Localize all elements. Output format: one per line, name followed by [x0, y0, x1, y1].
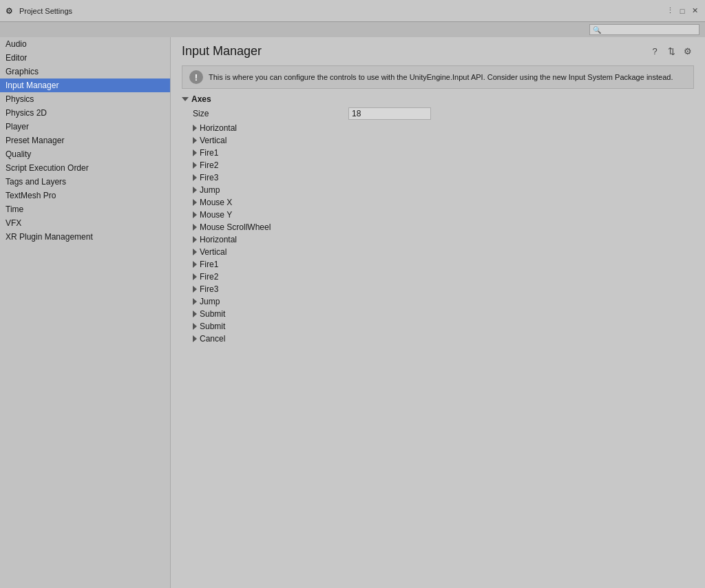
axes-label: Axes [191, 94, 211, 104]
expand-icon [193, 174, 197, 181]
axis-label: Jump [200, 185, 220, 195]
expand-icon [193, 323, 197, 330]
axis-label: Fire1 [200, 260, 218, 269]
sidebar-item-physics-2d[interactable]: Physics 2D [0, 106, 170, 120]
main-layout: AudioEditorGraphicsInput ManagerPhysicsP… [0, 37, 705, 588]
expand-icon [193, 199, 197, 206]
sidebar-item-tags-and-layers[interactable]: Tags and Layers [0, 175, 170, 189]
expand-icon [193, 335, 197, 342]
axis-item[interactable]: Vertical [190, 134, 694, 147]
expand-icon [193, 298, 197, 305]
axis-label: Horizontal [200, 123, 237, 133]
search-input[interactable] [603, 26, 696, 34]
axis-label: Fire3 [200, 173, 218, 182]
axis-item[interactable]: Fire1 [190, 147, 694, 159]
window-title: Project Settings [19, 7, 72, 15]
expand-icon [193, 236, 197, 243]
axis-label: Cancel [200, 334, 225, 344]
expand-icon [193, 273, 197, 280]
content-area: Input Manager ? ⇅ ⚙ ! This is where you … [171, 37, 705, 588]
close-button[interactable]: ✕ [690, 6, 699, 16]
axis-item[interactable]: Fire2 [190, 271, 694, 283]
sidebar-item-script-execution-order[interactable]: Script Execution Order [0, 161, 170, 175]
expand-icon [193, 149, 197, 156]
sidebar-item-textmesh-pro[interactable]: TextMesh Pro [0, 189, 170, 202]
axis-label: Submit [200, 309, 225, 319]
info-text: This is where you can configure the cont… [209, 73, 673, 81]
maximize-button[interactable]: □ [677, 6, 687, 16]
sidebar-item-preset-manager[interactable]: Preset Manager [0, 134, 170, 147]
sidebar-item-time[interactable]: Time [0, 202, 170, 216]
axis-label: Jump [200, 297, 220, 306]
axis-item[interactable]: Submit [190, 320, 694, 333]
content-header: Input Manager ? ⇅ ⚙ [171, 37, 705, 63]
axis-label: Mouse ScrollWheel [200, 222, 271, 232]
search-bar: 🔍 [0, 22, 705, 37]
axis-label: Vertical [200, 136, 227, 145]
axis-item[interactable]: Horizontal [190, 233, 694, 246]
expand-icon [193, 224, 197, 231]
axis-item[interactable]: Jump [190, 184, 694, 196]
expand-icon [193, 311, 197, 317]
axis-label: Mouse X [200, 198, 232, 207]
search-icon: 🔍 [593, 26, 601, 34]
axis-item[interactable]: Submit [190, 308, 694, 320]
expand-icon [193, 125, 197, 132]
app-icon: ⚙ [6, 6, 15, 16]
sidebar-item-graphics[interactable]: Graphics [0, 65, 170, 78]
help-button[interactable]: ? [649, 45, 661, 58]
expand-icon [193, 187, 197, 193]
info-box: ! This is where you can configure the co… [182, 65, 694, 89]
sidebar-item-vfx[interactable]: VFX [0, 216, 170, 230]
expand-icon [193, 137, 197, 144]
axis-label: Fire1 [200, 148, 218, 158]
sidebar-item-quality[interactable]: Quality [0, 147, 170, 161]
sidebar-item-editor[interactable]: Editor [0, 51, 170, 65]
axis-item[interactable]: Fire1 [190, 258, 694, 271]
menu-button[interactable]: ⋮ [665, 6, 675, 16]
axis-item[interactable]: Fire3 [190, 171, 694, 184]
axis-item[interactable]: Mouse X [190, 196, 694, 209]
expand-icon [193, 211, 197, 218]
collapse-icon [182, 97, 189, 101]
axis-item[interactable]: Fire3 [190, 283, 694, 295]
page-title: Input Manager [182, 44, 262, 59]
size-row: Size [190, 105, 694, 122]
axes-header[interactable]: Axes [182, 94, 694, 104]
axis-list: HorizontalVerticalFire1Fire2Fire3JumpMou… [190, 122, 694, 345]
axis-label: Fire3 [200, 284, 218, 294]
sidebar-item-audio[interactable]: Audio [0, 37, 170, 51]
sidebar: AudioEditorGraphicsInput ManagerPhysicsP… [0, 37, 171, 588]
window-controls: ⋮ □ ✕ [665, 6, 699, 16]
layout-button[interactable]: ⇅ [665, 45, 677, 58]
axis-item[interactable]: Mouse Y [190, 209, 694, 221]
axis-label: Fire2 [200, 160, 218, 170]
axis-item[interactable]: Horizontal [190, 122, 694, 134]
sidebar-item-player[interactable]: Player [0, 120, 170, 134]
axis-item[interactable]: Mouse ScrollWheel [190, 221, 694, 233]
axis-item[interactable]: Vertical [190, 246, 694, 258]
axis-label: Mouse Y [200, 210, 232, 220]
sidebar-item-input-manager[interactable]: Input Manager [0, 78, 170, 92]
axis-label: Vertical [200, 247, 227, 257]
expand-icon [193, 261, 197, 268]
axis-item[interactable]: Jump [190, 295, 694, 308]
axis-item[interactable]: Cancel [190, 333, 694, 345]
settings-button[interactable]: ⚙ [682, 45, 694, 58]
axis-item[interactable]: Fire2 [190, 159, 694, 171]
axis-label: Fire2 [200, 272, 218, 282]
axes-section: Axes Size HorizontalVerticalFire1Fire2Fi… [171, 94, 705, 345]
expand-icon [193, 249, 197, 255]
axis-label: Submit [200, 322, 225, 331]
expand-icon [193, 286, 197, 293]
title-bar: ⚙ Project Settings ⋮ □ ✕ [0, 0, 705, 22]
sidebar-item-physics[interactable]: Physics [0, 92, 170, 106]
size-label: Size [190, 109, 348, 118]
axis-label: Horizontal [200, 235, 237, 244]
search-wrapper: 🔍 [589, 24, 699, 35]
size-input[interactable] [348, 107, 431, 120]
sidebar-item-xr-plugin-management[interactable]: XR Plugin Management [0, 230, 170, 244]
header-icons: ? ⇅ ⚙ [649, 45, 694, 58]
info-icon: ! [189, 70, 203, 84]
expand-icon [193, 162, 197, 169]
